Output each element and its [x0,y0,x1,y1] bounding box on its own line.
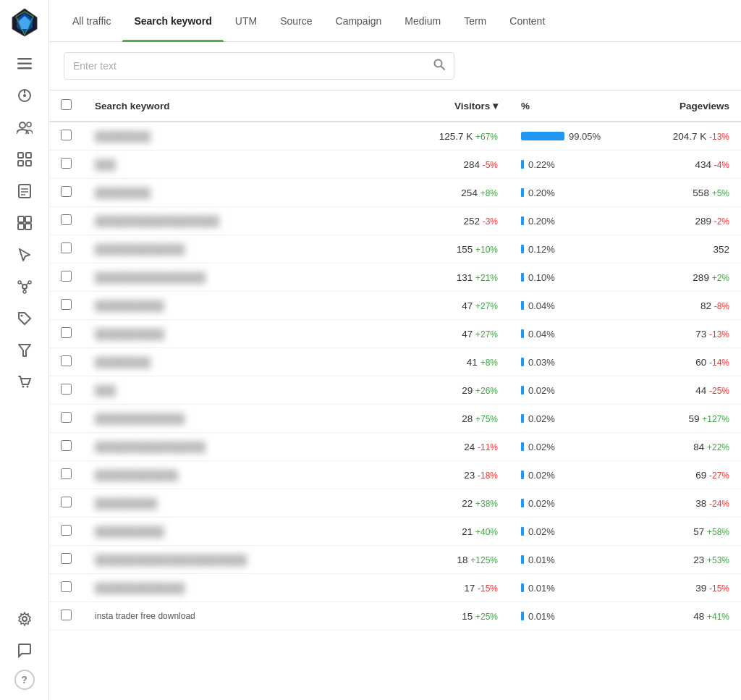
tab-source[interactable]: Source [268,0,323,42]
row-checkbox-cell[interactable] [49,405,83,433]
pct-value: 0.03% [528,357,555,368]
pct-cell: 0.02% [509,518,625,546]
row-checkbox[interactable] [61,271,72,282]
select-all-header [49,90,83,122]
visitors-change: +125% [470,555,498,565]
filter-icon[interactable] [12,337,38,363]
svg-rect-13 [26,153,31,158]
pageviews-value: 204.7 K [673,131,709,142]
row-checkbox[interactable] [61,384,72,395]
row-checkbox-cell[interactable] [49,348,83,376]
keyword-blurred: ██████████████████████ [95,554,247,565]
row-checkbox[interactable] [61,581,72,592]
select-all-checkbox[interactable] [61,99,72,110]
tab-term[interactable]: Term [452,0,498,42]
chat-icon[interactable] [12,638,38,664]
row-checkbox[interactable] [61,412,72,423]
row-checkbox[interactable] [61,553,72,564]
svg-point-35 [22,617,27,621]
dashboard-icon[interactable] [12,83,38,109]
row-checkbox-cell[interactable] [49,602,83,631]
row-checkbox[interactable] [61,355,72,366]
visitors-cell: 254 +8% [394,179,509,207]
visitors-cell: 41 +8% [394,348,509,376]
search-input-wrap[interactable] [64,52,454,80]
svg-rect-16 [19,185,30,198]
tab-utm[interactable]: UTM [224,0,268,42]
visitors-change: +40% [475,527,498,537]
pages-icon[interactable] [12,178,38,204]
users-icon[interactable] [12,114,38,140]
visitors-cell: 18 +125% [394,546,509,574]
menu-icon[interactable] [12,51,38,77]
row-checkbox-cell[interactable] [49,179,83,207]
tab-campaign[interactable]: Campaign [324,0,394,42]
search-button[interactable] [433,59,445,73]
visitors-cell: 155 +10% [394,235,509,263]
pageviews-value: 60 [695,357,709,368]
grid-icon[interactable] [12,210,38,236]
row-checkbox[interactable] [61,299,72,310]
row-checkbox-cell[interactable] [49,376,83,405]
ecommerce-icon[interactable] [12,369,38,395]
visitors-value: 28 [462,413,475,424]
pct-value: 99.05% [569,131,601,142]
keyword-cell: █████████ [83,489,394,518]
tab-all-traffic[interactable]: All traffic [61,0,122,42]
keyword-cell: █████████████ [83,405,394,433]
row-checkbox-cell[interactable] [49,292,83,320]
row-checkbox[interactable] [61,243,72,253]
pct-cell: 0.02% [509,461,625,489]
pageviews-cell: 57 +58% [625,518,741,546]
visitors-cell: 15 +25% [394,602,509,631]
row-checkbox[interactable] [61,186,72,197]
visitors-value: 17 [464,583,478,594]
tag-icon[interactable] [12,305,38,332]
row-checkbox[interactable] [61,497,72,507]
keyword-cell: ██████████ [83,518,394,546]
row-checkbox[interactable] [61,327,72,338]
search-input[interactable] [73,60,433,72]
visitors-value: 41 [467,357,480,368]
row-checkbox-cell[interactable] [49,574,83,602]
visitors-change: -11% [478,442,498,452]
row-checkbox-cell[interactable] [49,320,83,348]
flows-icon[interactable] [12,274,38,300]
row-checkbox-cell[interactable] [49,461,83,489]
row-checkbox-cell[interactable] [49,489,83,518]
row-checkbox-cell[interactable] [49,518,83,546]
row-checkbox-cell[interactable] [49,122,83,151]
visitors-change: +75% [475,414,498,424]
help-icon[interactable]: ? [14,670,35,690]
row-checkbox[interactable] [61,130,72,140]
visitors-value: 24 [464,442,478,452]
row-checkbox-cell[interactable] [49,235,83,263]
tab-content[interactable]: Content [498,0,556,42]
visitors-header[interactable]: Visitors ▾ [394,90,509,122]
row-checkbox[interactable] [61,468,72,479]
row-checkbox[interactable] [61,525,72,536]
table-row: ██████████21 +40%0.02%57 +58% [49,518,741,546]
row-checkbox[interactable] [61,610,72,620]
visitors-change: +8% [480,188,498,198]
pageviews-value: 352 [713,244,729,255]
segments-icon[interactable] [12,146,38,172]
tab-search-keyword[interactable]: Search keyword [122,0,223,42]
cursor-icon[interactable] [12,242,38,268]
settings-icon[interactable] [12,606,38,632]
row-checkbox[interactable] [61,214,72,225]
row-checkbox[interactable] [61,158,72,169]
row-checkbox-cell[interactable] [49,207,83,235]
tab-medium[interactable]: Medium [393,0,452,42]
visitors-change: +26% [475,386,498,396]
visitors-value: 155 [457,244,475,255]
row-checkbox[interactable] [61,440,72,451]
svg-rect-23 [25,224,31,229]
table-row: ██████████47 +27%0.04%82 -8% [49,292,741,320]
row-checkbox-cell[interactable] [49,151,83,179]
pageviews-change: -13% [709,329,729,340]
row-checkbox-cell[interactable] [49,433,83,461]
row-checkbox-cell[interactable] [49,263,83,292]
row-checkbox-cell[interactable] [49,546,83,574]
visitors-value: 23 [464,470,478,481]
